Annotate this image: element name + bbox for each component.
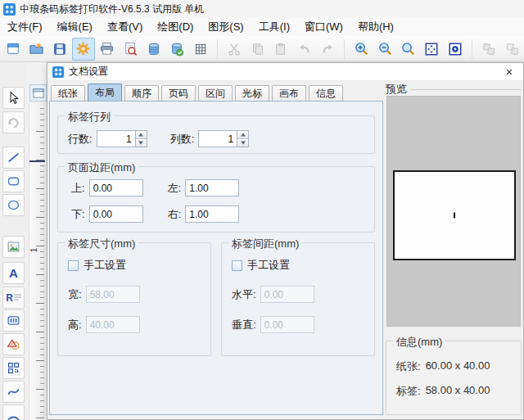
menu-window[interactable]: 窗口(W) xyxy=(297,18,350,36)
undo-button[interactable] xyxy=(292,38,316,61)
spin-down-button[interactable] xyxy=(136,138,147,147)
label-size-group-title: 标签尺寸(mm) xyxy=(65,237,138,251)
zoom-reset-button[interactable] xyxy=(396,38,420,61)
pan-tool-button[interactable] xyxy=(2,111,25,133)
database-button[interactable] xyxy=(142,38,165,61)
rich-text-tool-button[interactable]: R xyxy=(2,287,25,309)
label-height-input[interactable] xyxy=(86,316,140,333)
print-preview-button[interactable] xyxy=(119,38,142,61)
margin-bottom-label: 下: xyxy=(71,207,85,222)
select-tool-button[interactable] xyxy=(2,87,25,109)
rounded-rectangle-tool-button[interactable] xyxy=(2,170,25,192)
cut-button[interactable] xyxy=(223,38,246,61)
cols-stepper xyxy=(198,130,249,147)
zoom-out-icon xyxy=(377,41,393,56)
zoom-out-button[interactable] xyxy=(373,38,397,61)
copy-button[interactable] xyxy=(246,38,269,61)
barcode-tool-button[interactable] xyxy=(2,309,25,332)
arc-tool-button[interactable] xyxy=(2,404,25,420)
image-tool-button[interactable] xyxy=(2,236,25,258)
spin-up-button[interactable] xyxy=(136,131,147,138)
spin-down-button[interactable] xyxy=(237,138,248,147)
margin-bottom-input[interactable] xyxy=(89,205,143,223)
layout-tab-panel: 标签行列 行数: 列数: 页面边距(mm) 上: 左: xyxy=(49,101,383,415)
tab-canvas[interactable]: 画布 xyxy=(272,85,306,102)
ungroup-button[interactable] xyxy=(500,38,524,61)
line-tool-button[interactable] xyxy=(2,147,25,169)
center-view-button[interactable] xyxy=(444,38,468,61)
info-group-title: 信息(mm) xyxy=(393,335,445,350)
dialog-title: 文档设置 xyxy=(69,65,108,79)
dialog-tabs: 纸张 布局 顺序 页码 区间 光标 画布 信息 xyxy=(51,84,343,102)
page-icon xyxy=(33,88,44,98)
image-icon xyxy=(7,240,20,254)
menu-view[interactable]: 查看(V) xyxy=(100,18,150,36)
open-file-button[interactable] xyxy=(25,38,49,61)
vertical-ruler: 1 xyxy=(29,103,45,420)
ellipse-icon xyxy=(7,198,20,212)
grid-toggle-button[interactable] xyxy=(189,38,213,61)
margin-right-input[interactable] xyxy=(185,205,239,223)
rows-input[interactable] xyxy=(97,130,136,147)
database-import-button[interactable] xyxy=(165,38,189,61)
gap-vertical-input[interactable] xyxy=(260,316,314,333)
zoom-in-button[interactable] xyxy=(350,38,373,61)
margin-left-label: 左: xyxy=(168,181,182,196)
cursor-arrow-icon xyxy=(7,91,20,105)
ruler-origin-button[interactable] xyxy=(29,84,47,102)
shape-tool-button[interactable] xyxy=(2,333,25,355)
gap-horizontal-input[interactable] xyxy=(260,286,314,303)
label-width-input[interactable] xyxy=(86,286,140,303)
tab-info[interactable]: 信息 xyxy=(309,85,343,102)
label-height-label: 高: xyxy=(68,318,82,332)
label-gap-group: 标签间距(mm) 手工设置 水平: 垂直: xyxy=(221,242,375,356)
undo-icon xyxy=(297,42,312,56)
zoom-in-icon xyxy=(354,41,369,56)
spin-up-button[interactable] xyxy=(237,131,248,138)
print-button[interactable] xyxy=(95,38,119,61)
center-view-icon xyxy=(448,42,463,56)
tab-layout[interactable]: 布局 xyxy=(88,84,122,102)
dialog-close-button[interactable]: × xyxy=(502,65,517,79)
toolbar-separator xyxy=(212,39,218,59)
rounded-rectangle-icon xyxy=(7,174,20,188)
menu-help[interactable]: 帮助(H) xyxy=(350,18,401,36)
paste-button[interactable] xyxy=(269,38,293,61)
line-tool-icon xyxy=(7,151,20,165)
qrcode-tool-button[interactable] xyxy=(2,357,25,379)
tab-interval[interactable]: 区间 xyxy=(198,85,233,102)
cols-input[interactable] xyxy=(198,130,237,147)
tab-paper[interactable]: 纸张 xyxy=(51,85,85,102)
menu-edit[interactable]: 编辑(E) xyxy=(50,18,100,36)
margin-left-input[interactable] xyxy=(185,179,239,196)
menu-draw[interactable]: 绘图(D) xyxy=(150,18,201,36)
new-document-button[interactable] xyxy=(2,38,25,61)
ellipse-tool-button[interactable] xyxy=(2,194,25,216)
tab-page-number[interactable]: 页码 xyxy=(161,85,196,102)
label-size-manual-label: 手工设置 xyxy=(84,258,126,273)
window-titlebar: 中琅条码标签打印软件-V6.5.3 试用版 单机 xyxy=(0,0,524,18)
group-icon xyxy=(481,42,496,56)
menu-shapes[interactable]: 图形(S) xyxy=(201,18,251,36)
tab-order[interactable]: 顺序 xyxy=(124,85,159,102)
fit-window-button[interactable] xyxy=(420,38,444,61)
label-gap-manual-checkbox[interactable] xyxy=(232,260,242,271)
menu-file[interactable]: 文件(F) xyxy=(0,18,50,36)
database-check-icon xyxy=(169,42,184,56)
margin-top-input[interactable] xyxy=(89,179,143,196)
document-settings-dialog: 文档设置 × 纸张 布局 顺序 页码 区间 光标 画布 信息 标签行列 行数: … xyxy=(47,62,524,420)
label-gap-manual-label: 手工设置 xyxy=(247,258,290,273)
document-settings-button[interactable] xyxy=(72,38,96,61)
curve-tool-button[interactable] xyxy=(2,381,25,403)
info-paper-value: 60.00 x 40.00 xyxy=(426,359,490,374)
tab-cursor[interactable]: 光标 xyxy=(235,85,269,102)
label-size-manual-checkbox[interactable] xyxy=(68,260,79,271)
info-label-value: 58.00 x 40.00 xyxy=(426,384,490,399)
info-paper-label: 纸张: xyxy=(396,359,421,374)
group-button[interactable] xyxy=(477,38,501,61)
text-tool-button[interactable]: A xyxy=(2,262,25,284)
save-icon xyxy=(52,42,67,56)
menu-tools[interactable]: 工具(I) xyxy=(251,18,297,36)
save-button[interactable] xyxy=(48,38,72,61)
redo-button[interactable] xyxy=(316,38,340,61)
